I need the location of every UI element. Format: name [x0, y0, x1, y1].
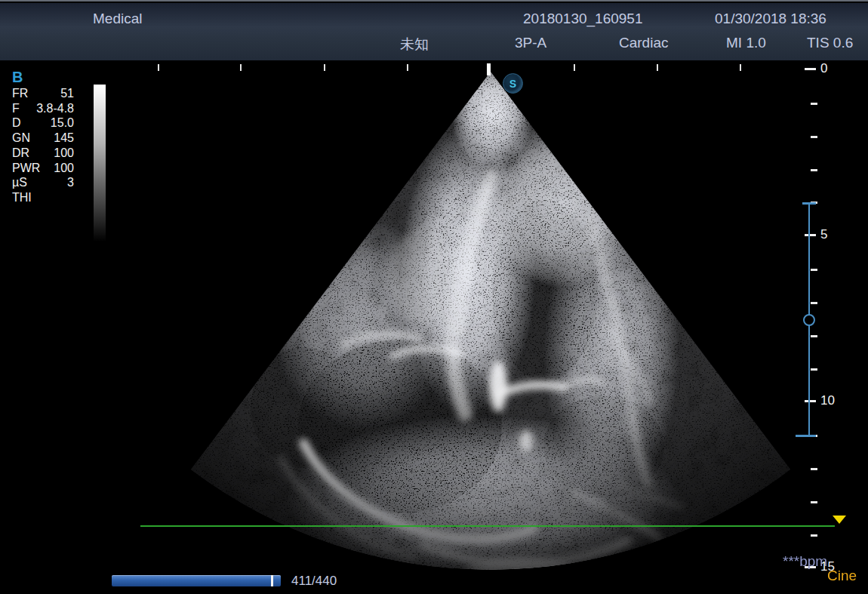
param-label: FR [12, 87, 28, 100]
mode-label: B [12, 69, 23, 86]
depth-ruler-label: 10 [820, 393, 835, 408]
cine-frame-counter: 411/440 [291, 574, 337, 589]
depth-ruler-minor-tick [811, 136, 817, 138]
depth-ruler-major-tick [805, 68, 816, 70]
depth-ruler-minor-tick [811, 103, 817, 105]
param-label: GN [12, 131, 30, 145]
width-ruler-tick [574, 64, 575, 71]
depth-ruler-minor-tick [811, 269, 817, 271]
brand-logo: S [503, 73, 523, 94]
ultrasound-screen: Medical 20180130_160951 01/30/2018 18:36… [0, 0, 868, 594]
param-row: PWR100 [12, 162, 74, 175]
cine-progress-bar[interactable] [112, 575, 281, 586]
param-value: 3 [67, 176, 74, 189]
param-row: GN145 [12, 131, 74, 145]
param-value: 51 [60, 87, 74, 100]
width-ruler-tick [240, 64, 242, 71]
param-value: 145 [54, 131, 74, 145]
width-ruler [0, 64, 868, 72]
focus-top-cap [802, 202, 816, 205]
param-label: DR [12, 146, 29, 160]
width-ruler-tick [407, 64, 408, 71]
cine-position-triangle [833, 516, 846, 524]
param-label: D [12, 116, 21, 130]
param-row: FR51 [12, 87, 74, 100]
depth-ruler-label: 0 [820, 61, 827, 76]
depth-ruler-major-tick [805, 234, 816, 236]
depth-ruler-minor-tick [811, 468, 817, 470]
heart-rate-value: ***bpm [783, 553, 827, 570]
param-value: 3.8-4.8 [36, 102, 74, 115]
param-row: F3.8-4.8 [12, 102, 74, 115]
param-row: THI [12, 191, 74, 205]
depth-ruler-minor-tick [811, 169, 817, 171]
width-ruler-tick [740, 64, 741, 71]
width-ruler-tick [158, 64, 159, 71]
param-row: DR100 [12, 146, 74, 160]
cine-mode-label: Cine [827, 568, 857, 584]
echo-image [0, 0, 868, 594]
param-row: µS3 [12, 176, 74, 189]
focus-handle[interactable] [803, 314, 815, 326]
depth-ruler-minor-tick [811, 534, 817, 537]
width-ruler-tick [657, 64, 658, 71]
param-label: F [12, 102, 20, 115]
depth-ruler-major-tick [805, 400, 816, 402]
param-value: 100 [54, 146, 74, 160]
depth-ruler-minor-tick [811, 302, 817, 304]
depth-ruler-minor-tick [811, 501, 817, 503]
depth-ruler-label: 5 [820, 227, 827, 242]
apex-marker [487, 63, 491, 75]
param-label: µS [12, 176, 27, 189]
param-row: D15.0 [12, 116, 74, 130]
width-ruler-tick [324, 64, 325, 71]
param-value: 15.0 [51, 116, 74, 130]
grayscale-bar [94, 85, 106, 242]
depth-ruler-minor-tick [811, 335, 817, 337]
cine-progress-marker[interactable] [271, 575, 273, 586]
depth-ruler-minor-tick [811, 368, 817, 371]
param-label: PWR [12, 162, 40, 175]
focus-bottom-cap [796, 435, 816, 437]
param-label: THI [12, 191, 32, 205]
ecg-baseline [140, 525, 835, 527]
param-value: 100 [54, 162, 74, 175]
brand-logo-letter: S [509, 78, 516, 89]
